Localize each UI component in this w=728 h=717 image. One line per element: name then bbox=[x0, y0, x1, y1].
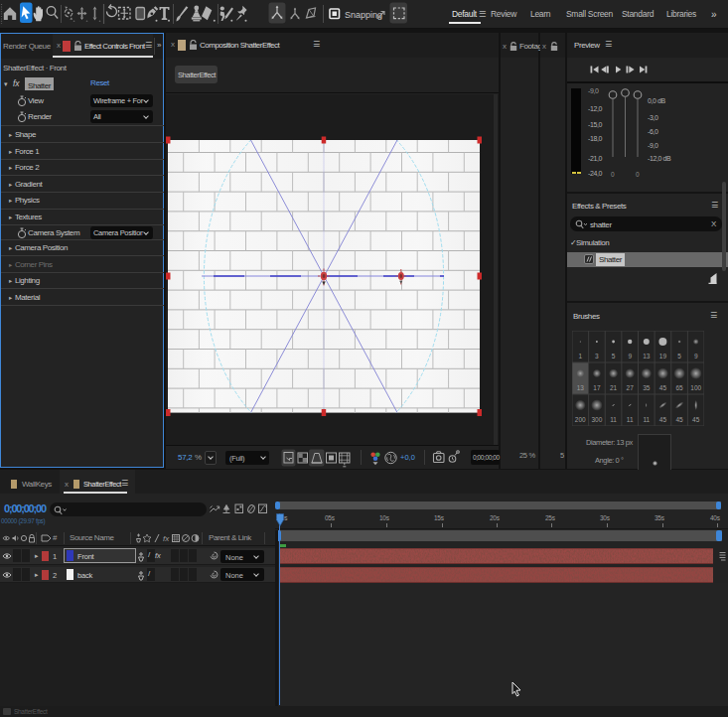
svg-text:13: 13 bbox=[577, 384, 585, 391]
svg-text:17: 17 bbox=[593, 384, 601, 391]
svg-text:27: 27 bbox=[627, 384, 635, 391]
svg-text:13: 13 bbox=[643, 353, 651, 359]
svg-text:45: 45 bbox=[675, 416, 683, 423]
svg-text:9: 9 bbox=[694, 353, 698, 359]
svg-text:45: 45 bbox=[692, 416, 700, 423]
svg-text:5: 5 bbox=[677, 353, 681, 359]
svg-text:11: 11 bbox=[643, 416, 650, 423]
svg-text:fx: fx bbox=[163, 534, 170, 543]
svg-text:11: 11 bbox=[610, 416, 617, 423]
svg-text:35: 35 bbox=[643, 384, 651, 391]
svg-text:1: 1 bbox=[578, 353, 582, 359]
svg-text:3: 3 bbox=[595, 353, 599, 359]
svg-text:200: 200 bbox=[575, 416, 586, 423]
svg-text:65: 65 bbox=[675, 384, 683, 391]
svg-text:45: 45 bbox=[659, 416, 667, 423]
svg-text:9: 9 bbox=[628, 353, 632, 359]
svg-text:5: 5 bbox=[612, 353, 616, 359]
svg-text:300: 300 bbox=[591, 416, 602, 423]
svg-text:21: 21 bbox=[610, 384, 618, 391]
svg-text:45: 45 bbox=[659, 384, 667, 391]
svg-text:100: 100 bbox=[690, 384, 701, 391]
svg-text:Snapping: Snapping bbox=[345, 10, 382, 20]
svg-text:11: 11 bbox=[627, 416, 634, 423]
svg-text:19: 19 bbox=[659, 353, 667, 359]
